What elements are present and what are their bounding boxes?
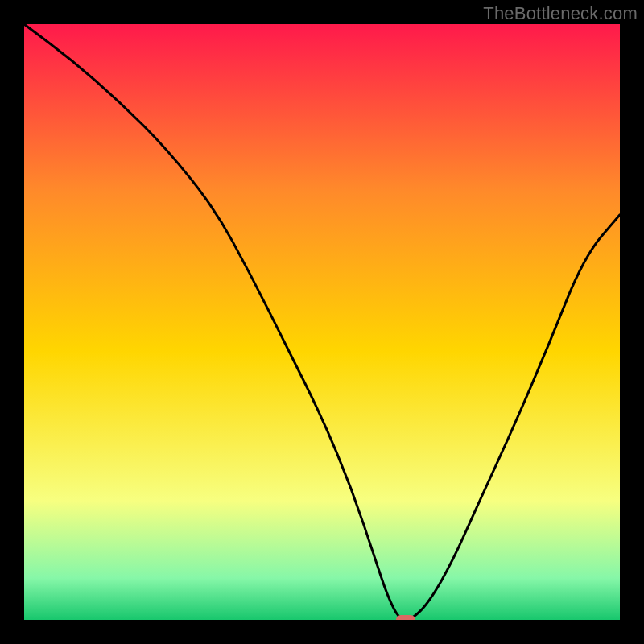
watermark-text: TheBottleneck.com xyxy=(483,3,638,24)
plot-svg xyxy=(24,24,620,620)
optimal-marker xyxy=(396,615,415,620)
plot-area xyxy=(24,24,620,620)
chart-frame: TheBottleneck.com xyxy=(0,0,644,644)
gradient-background xyxy=(24,24,620,620)
